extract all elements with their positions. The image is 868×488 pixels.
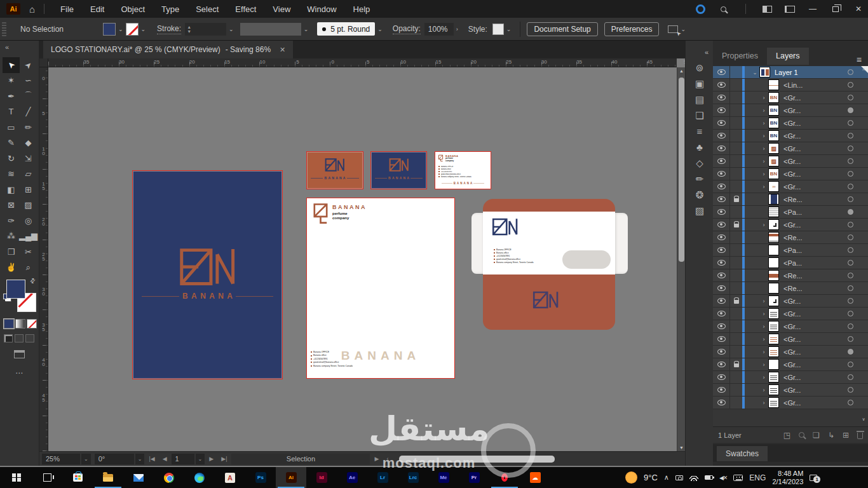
taskbar-lightroom[interactable]: Lr: [367, 467, 398, 488]
scroll-left-icon[interactable]: ‹: [383, 456, 391, 462]
app-logo-icon[interactable]: Ai: [6, 3, 20, 15]
wifi-icon[interactable]: [689, 475, 698, 481]
chevron-down-icon[interactable]: ⌄: [135, 454, 145, 464]
visibility-toggle[interactable]: [713, 219, 730, 231]
tab-swatches[interactable]: Swatches: [717, 446, 768, 461]
menu-edit[interactable]: Edit: [82, 0, 112, 18]
expand-icon[interactable]: ›: [759, 107, 768, 114]
layer-row[interactable]: ›<Gr...: [713, 219, 868, 231]
taskbar-premiere[interactable]: Pr: [459, 467, 489, 488]
artboard-folder[interactable]: BANANA: [132, 170, 283, 379]
brushes-panel-icon[interactable]: ✏: [686, 173, 714, 185]
volume-muted-icon[interactable]: ◀✕: [719, 475, 727, 481]
panel-menu-icon[interactable]: ≡: [857, 55, 862, 65]
make-mask-icon[interactable]: ❏: [813, 431, 820, 440]
scroll-up-icon[interactable]: ▲: [677, 69, 685, 73]
new-layer-icon[interactable]: ⊞: [843, 431, 849, 440]
panel-grip[interactable]: [2, 22, 6, 36]
language-indicator[interactable]: ENG: [749, 473, 766, 482]
symbol-sprayer-tool[interactable]: ⁂: [3, 229, 20, 245]
layer-row[interactable]: <Re...: [713, 193, 868, 206]
preferences-button[interactable]: Preferences: [604, 22, 660, 36]
scroll-down-icon[interactable]: ▼: [677, 445, 685, 450]
layer-target[interactable]: [841, 400, 860, 405]
edit-toolbar-icon[interactable]: ⋯: [15, 369, 24, 377]
style-swatch[interactable]: [492, 24, 504, 35]
layer-target[interactable]: [841, 285, 860, 291]
layer-row[interactable]: ›≈≈<Gr...: [713, 180, 868, 193]
visibility-toggle[interactable]: [713, 320, 730, 332]
perspective-grid-tool[interactable]: ⊞: [20, 182, 37, 198]
layer-target[interactable]: [841, 260, 860, 266]
expand-icon[interactable]: ›: [759, 95, 768, 101]
column-graph-tool[interactable]: ▂▄▆: [20, 229, 37, 245]
layer-row[interactable]: <Pa...: [713, 206, 868, 219]
visibility-toggle[interactable]: [713, 371, 730, 383]
gradient-panel-icon[interactable]: ▨: [686, 205, 714, 217]
layer-name[interactable]: <Gr...: [783, 361, 801, 369]
search-icon[interactable]: [714, 1, 733, 17]
tray-expand-icon[interactable]: ∧: [664, 473, 669, 482]
artboard-letterhead[interactable]: BANANA perfume company BANANA Banana.OFF…: [306, 198, 455, 379]
layer-row[interactable]: ›BN<Gr...: [713, 168, 868, 180]
zoom-tool[interactable]: ⌕: [20, 260, 37, 276]
layer-target[interactable]: [841, 222, 860, 227]
document-setup-button[interactable]: Document Setup: [527, 22, 597, 36]
layer-target[interactable]: [841, 323, 860, 329]
chevron-down-icon[interactable]: ⌄: [375, 26, 385, 32]
visibility-toggle[interactable]: [713, 66, 730, 78]
layer-row[interactable]: ›BN<Gr...: [713, 117, 868, 130]
lock-toggle[interactable]: [730, 222, 742, 227]
chevron-down-icon[interactable]: ⌄: [226, 26, 236, 32]
layer-target[interactable]: [841, 107, 860, 113]
visibility-toggle[interactable]: [713, 168, 730, 180]
draw-inside-button[interactable]: [25, 334, 34, 342]
pathfinder-panel-icon[interactable]: ❏: [686, 110, 714, 121]
visibility-toggle[interactable]: [713, 269, 730, 281]
layer-name[interactable]: Layer 1: [775, 69, 798, 76]
layer-target[interactable]: [841, 120, 860, 126]
stroke-panel-icon[interactable]: ≡: [686, 126, 714, 137]
layer-name[interactable]: <Pa...: [783, 208, 802, 216]
symbols-panel-icon[interactable]: ♣: [686, 142, 714, 152]
layer-name[interactable]: <Gr...: [783, 336, 801, 343]
menu-select[interactable]: Select: [187, 0, 227, 18]
layer-row[interactable]: ›▨<Gr...: [713, 142, 868, 155]
layer-row[interactable]: ›<Gr...: [713, 320, 868, 333]
collect-export-icon[interactable]: ◳: [783, 431, 790, 440]
expand-icon[interactable]: ›: [759, 387, 768, 393]
first-artboard-icon[interactable]: |◀: [146, 456, 158, 462]
close-button[interactable]: ✕: [849, 1, 868, 17]
layer-target[interactable]: [841, 95, 860, 100]
layer-row[interactable]: ›BN<Gr...: [713, 130, 868, 142]
color-panel-icon[interactable]: ❂: [686, 189, 714, 201]
layer-row[interactable]: ›<Gr...: [713, 396, 868, 409]
expand-icon[interactable]: ›: [759, 184, 768, 190]
vertical-scrollbar[interactable]: ▲ ▼: [677, 67, 685, 451]
taskbar-chrome[interactable]: [154, 467, 184, 488]
libraries-panel-icon[interactable]: ◇: [686, 158, 714, 169]
expand-icon[interactable]: ›: [759, 374, 768, 381]
visibility-toggle[interactable]: [713, 142, 730, 154]
layer-name[interactable]: <Re...: [783, 196, 803, 203]
magic-wand-tool[interactable]: ✶: [3, 73, 20, 89]
menu-window[interactable]: Window: [299, 0, 344, 18]
visibility-toggle[interactable]: [713, 244, 730, 256]
search-icon[interactable]: [799, 432, 804, 438]
layer-target[interactable]: [841, 209, 860, 215]
expand-icon[interactable]: ›: [759, 311, 768, 317]
new-sublayer-icon[interactable]: ↳: [828, 431, 834, 440]
chevron-down-icon[interactable]: ⌄: [196, 454, 205, 464]
horizontal-ruler[interactable]: 35302520151050510152025303540455: [48, 58, 677, 67]
collapse-panels-icon[interactable]: «: [686, 48, 714, 56]
layer-row[interactable]: ›BN<Gr...: [713, 104, 868, 117]
artboard-envelope[interactable]: Banana.OFFICEBanana office+01234567891go…: [470, 194, 629, 330]
pen-tool[interactable]: ✒: [3, 88, 20, 104]
lock-toggle[interactable]: [730, 298, 742, 304]
swap-fill-stroke-icon[interactable]: ⇄: [28, 276, 37, 285]
visibility-toggle[interactable]: [713, 79, 730, 91]
expand-icon[interactable]: ›: [759, 362, 768, 368]
expand-icon[interactable]: ›: [759, 400, 768, 406]
scroll-thumb[interactable]: [679, 78, 684, 262]
layer-target[interactable]: [841, 298, 860, 304]
